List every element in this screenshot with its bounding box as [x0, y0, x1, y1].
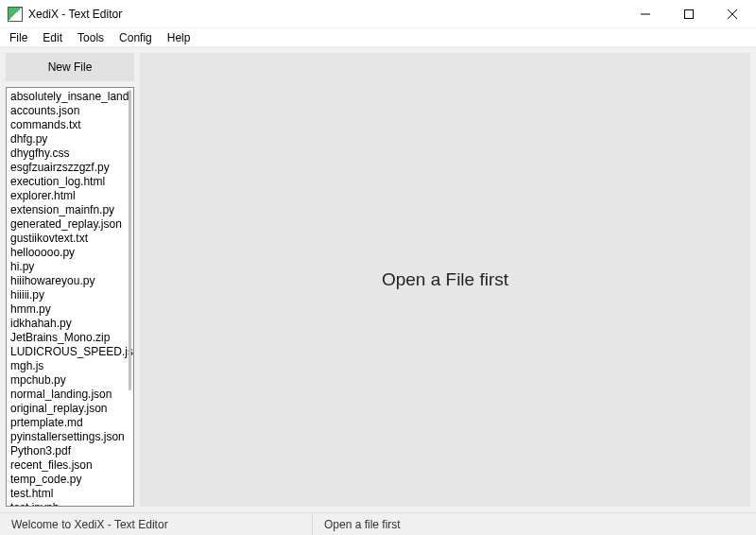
file-item[interactable]: hiiiii.py: [10, 288, 133, 302]
file-item[interactable]: dhfg.py: [10, 132, 133, 147]
file-item[interactable]: recent_files.json: [10, 458, 133, 473]
file-item[interactable]: gustiikovtext.txt: [10, 232, 133, 246]
menubar: File Edit Tools Config Help: [0, 28, 756, 47]
file-item[interactable]: normal_landing.json: [10, 388, 133, 402]
file-item[interactable]: mgh.js: [10, 359, 133, 373]
sidebar: New File absolutely_insane_landaccounts.…: [6, 53, 134, 507]
minimize-button[interactable]: [624, 0, 667, 28]
menu-config[interactable]: Config: [113, 29, 162, 46]
file-item[interactable]: hmm.py: [10, 302, 133, 317]
main-area: New File absolutely_insane_landaccounts.…: [0, 47, 756, 512]
file-item[interactable]: hi.py: [10, 260, 133, 274]
menu-edit[interactable]: Edit: [37, 29, 72, 46]
file-item[interactable]: test.ipynb: [10, 501, 133, 507]
file-item[interactable]: generated_replay.json: [10, 217, 133, 232]
window-title: XediX - Text Editor: [28, 8, 624, 21]
file-item[interactable]: mpchub.py: [10, 373, 133, 388]
status-left: Welcome to XediX - Text Editor: [0, 513, 312, 535]
svg-rect-1: [685, 9, 694, 18]
file-item[interactable]: Python3.pdf: [10, 444, 133, 458]
close-button[interactable]: [711, 0, 754, 28]
file-item[interactable]: dhygfhy.css: [10, 147, 133, 161]
file-item[interactable]: LUDICROUS_SPEED.jsc: [10, 345, 133, 359]
file-item[interactable]: extension_mainfn.py: [10, 203, 133, 217]
maximize-button[interactable]: [667, 0, 711, 28]
status-right: Open a file first: [313, 513, 412, 535]
statusbar: Welcome to XediX - Text Editor Open a fi…: [0, 512, 756, 535]
editor-area: Open a File first: [140, 53, 750, 507]
file-item[interactable]: original_replay.json: [10, 402, 133, 416]
file-item[interactable]: JetBrains_Mono.zip: [10, 331, 133, 345]
file-item[interactable]: explorer.html: [10, 189, 133, 203]
editor-placeholder: Open a File first: [382, 269, 508, 290]
file-item[interactable]: test.html: [10, 487, 133, 501]
file-item[interactable]: hellooooo.py: [10, 246, 133, 260]
menu-file[interactable]: File: [4, 29, 37, 46]
file-item[interactable]: commands.txt: [10, 118, 133, 132]
menu-tools[interactable]: Tools: [72, 29, 113, 46]
scrollbar-thumb[interactable]: [129, 90, 131, 390]
file-item[interactable]: hiiihowareyou.py: [10, 274, 133, 288]
menu-help[interactable]: Help: [162, 29, 200, 46]
file-item[interactable]: prtemplate.md: [10, 416, 133, 430]
app-icon: [8, 7, 23, 22]
file-list[interactable]: absolutely_insane_landaccounts.jsoncomma…: [6, 87, 134, 507]
file-item[interactable]: idkhahah.py: [10, 317, 133, 331]
window-controls: [624, 0, 754, 28]
new-file-button[interactable]: New File: [6, 53, 134, 81]
file-item[interactable]: absolutely_insane_land: [10, 90, 133, 104]
file-item[interactable]: execution_log.html: [10, 175, 133, 189]
file-item[interactable]: esgfzuairzszzgzf.py: [10, 161, 133, 175]
file-item[interactable]: accounts.json: [10, 104, 133, 118]
file-item[interactable]: temp_code.py: [10, 473, 133, 487]
titlebar: XediX - Text Editor: [0, 0, 756, 28]
file-item[interactable]: pyinstallersettings.json: [10, 430, 133, 444]
